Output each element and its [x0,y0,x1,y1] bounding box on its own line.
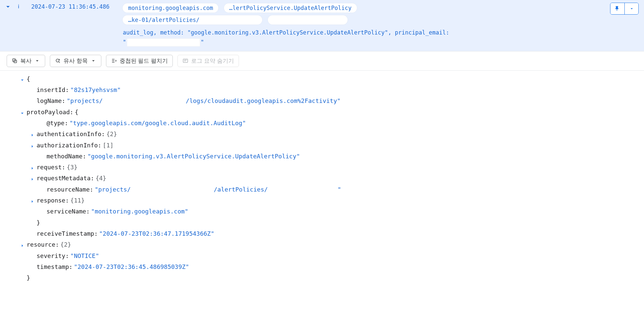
json-open-brace: { [27,73,30,84]
key-receiveTimestamp[interactable]: receiveTimestamp [37,228,94,239]
json-close-brace: } [27,272,30,283]
val-logName-1[interactable]: "projects/ [67,95,103,106]
log-toolbar: 복사 유사 항목 중첩된 필드 펼치기 로그 요약 숨기기 [0,51,644,71]
key-protoPayload[interactable]: protoPayload [27,107,70,118]
summary-email-open: " [123,39,126,45]
protoPayload-open: { [75,107,78,118]
caret-right-icon[interactable] [19,241,25,247]
key-authorizationInfo[interactable]: authorizationInfo [37,140,98,151]
pin-icon [614,6,620,12]
log-entry-header: i 2024-07-23 11:36:45.486 monitoring.goo… [0,0,644,51]
copy-label: 복사 [20,57,32,65]
chip-resource[interactable]: …ke-01/alertPolicies/ [123,15,262,25]
caret-right-icon[interactable] [29,142,35,148]
json-viewer: { insertId: "82s17yehsvsm" logName: "pro… [0,71,644,290]
val-methodName[interactable]: "google.monitoring.v3.AlertPolicyService… [87,151,300,162]
val-resourceName-3[interactable]: " [338,184,341,195]
similar-items-button[interactable]: 유사 항목 [50,55,101,67]
val-authorizationInfo[interactable]: [1] [103,140,114,151]
key-serviceName[interactable]: serviceName [47,206,86,217]
summary-email-close: " [201,39,204,45]
pin-button-group [610,3,639,15]
key-methodName[interactable]: methodName [47,151,82,162]
severity-letter: i [15,3,22,10]
key-request[interactable]: request [37,162,62,173]
key-resource[interactable]: resource [27,239,55,250]
key-timestamp[interactable]: timestamp [37,261,69,272]
hide-summary-label: 로그 요약 숨기기 [191,57,234,65]
pin-dropdown-button[interactable] [624,3,638,14]
caret-down-icon [629,6,634,11]
expand-fields-button[interactable]: 중첩된 필드 펼치기 [106,55,173,67]
val-request[interactable]: {3} [67,162,78,173]
key-authenticationInfo[interactable]: authenticationInfo [37,128,101,139]
caret-right-icon[interactable] [29,164,35,170]
expand-label: 중첩된 필드 펼치기 [120,57,168,65]
caret-down-icon[interactable] [19,109,25,115]
summary-email-redacted [127,39,200,46]
summary-prefix: audit_log, method: [123,29,187,36]
pin-button[interactable] [610,3,624,14]
val-type[interactable]: "type.googleapis.com/google.cloud.audit.… [69,118,246,128]
key-response[interactable]: response [37,195,65,206]
val-response[interactable]: {11} [70,195,85,206]
val-receiveTimestamp[interactable]: "2024-07-23T02:36:47.171954366Z" [99,228,214,239]
log-timestamp[interactable]: 2024-07-23 11:36:45.486 [31,3,109,10]
caret-right-icon[interactable] [29,175,35,181]
key-severity[interactable]: severity [37,250,65,261]
summary-icon [182,58,188,64]
hide-summary-button: 로그 요약 숨기기 [177,55,239,67]
caret-right-icon[interactable] [29,197,35,203]
expand-list-icon [111,58,117,64]
sparkle-search-icon [55,58,61,64]
key-type[interactable]: @type [47,118,64,128]
val-authenticationInfo[interactable]: {2} [106,128,117,139]
val-logName-2[interactable]: /logs/cloudaudit.googleapis.com%2Factivi… [186,95,341,106]
chip-redacted[interactable] [268,15,348,25]
val-requestMetadata[interactable]: {4} [95,173,106,184]
caret-down-icon[interactable] [19,75,25,81]
summary-suffix: , principal_email: [388,29,449,36]
val-insertId[interactable]: "82s17yehsvsm" [70,84,121,95]
copy-icon [12,58,18,64]
val-severity[interactable]: "NOTICE" [70,250,99,261]
caret-down-icon [34,58,40,64]
summary-text: audit_log, method: "google.monitoring.v3… [123,28,610,47]
svg-point-2 [56,59,59,62]
key-insertId[interactable]: insertId [37,84,65,95]
collapse-arrow-icon[interactable] [4,3,12,11]
val-timestamp[interactable]: "2024-07-23T02:36:45.486985039Z" [74,261,189,272]
val-resourceName-2[interactable]: /alertPolicies/ [214,184,268,195]
protoPayload-close: } [37,217,40,228]
key-requestMetadata[interactable]: requestMetadata [37,173,91,184]
summary-method: "google.monitoring.v3.AlertPolicyService… [187,29,388,36]
key-logName[interactable]: logName [37,95,62,106]
caret-right-icon[interactable] [29,130,35,136]
summary-area: monitoring.googleapis.com …lertPolicySer… [123,3,610,47]
caret-down-icon [90,58,96,64]
val-resourceName-1[interactable]: "projects/ [95,184,131,195]
val-resource[interactable]: {2} [60,239,71,250]
chip-service[interactable]: monitoring.googleapis.com [123,3,218,13]
key-resourceName[interactable]: resourceName [47,184,90,195]
similar-label: 유사 항목 [63,57,88,65]
copy-button[interactable]: 복사 [7,55,45,67]
chip-method[interactable]: …lertPolicyService.UpdateAlertPolicy [224,3,357,13]
val-serviceName[interactable]: "monitoring.googleapis.com" [91,206,188,217]
